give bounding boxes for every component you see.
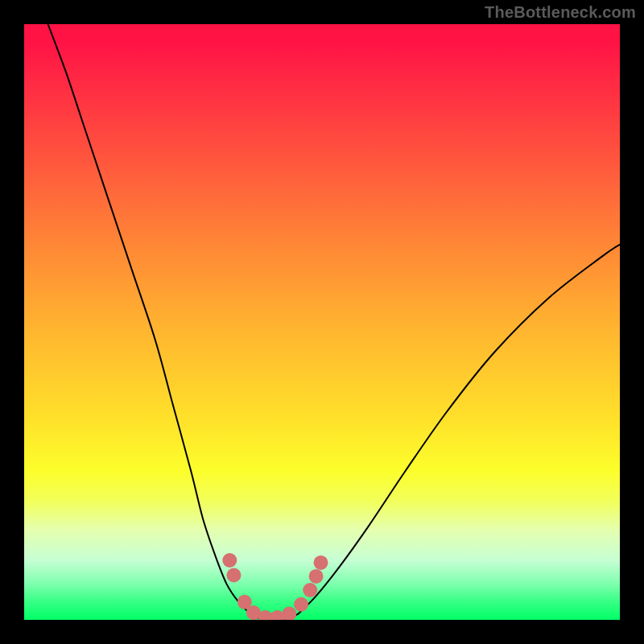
valley-marker <box>314 555 328 570</box>
valley-marker-group <box>222 553 328 620</box>
valley-marker <box>294 597 308 612</box>
curve-right-branch <box>298 245 620 614</box>
valley-marker <box>309 569 324 584</box>
valley-marker <box>303 583 317 597</box>
plot-area <box>24 24 620 620</box>
watermark-text: TheBottleneck.com <box>485 3 636 22</box>
curve-layer <box>24 24 620 620</box>
chart-stage: TheBottleneck.com <box>0 0 644 644</box>
curve-left-branch <box>48 24 251 614</box>
valley-marker <box>226 568 241 583</box>
valley-marker <box>282 607 296 620</box>
valley-marker <box>222 553 237 568</box>
